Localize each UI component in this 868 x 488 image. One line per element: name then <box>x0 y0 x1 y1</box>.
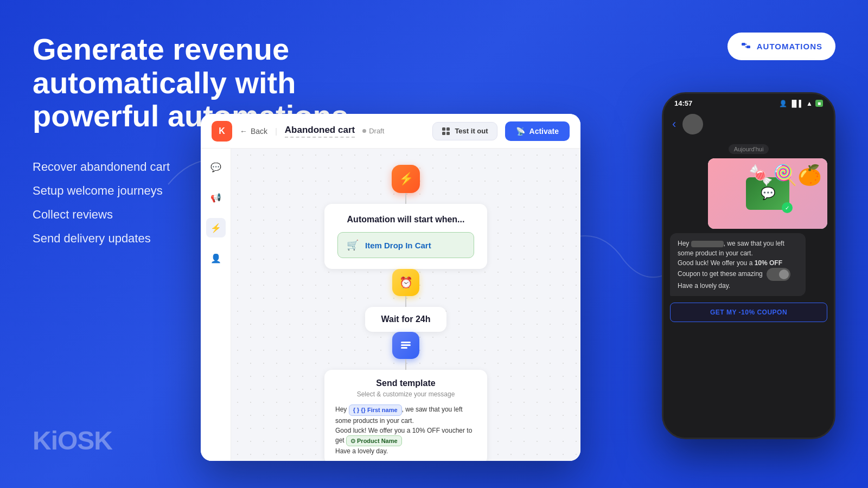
activate-button[interactable]: 📡 Activate <box>505 121 570 141</box>
toggle-icon <box>767 268 790 281</box>
svg-rect-6 <box>401 342 411 343</box>
automations-badge: AUTOMATIONS <box>727 33 835 60</box>
wifi-icon: ▲ <box>806 100 813 107</box>
send-node: Send template Select & customize your me… <box>324 332 487 461</box>
product-image: 💬 ✓ 🍬🍭🍊 <box>708 158 827 229</box>
chat-cta-button[interactable]: GET MY -10% COUPON <box>670 303 827 322</box>
kiosk-logo: KiOSK <box>33 426 112 455</box>
app-window: K ← Back | Abandoned cart Draft Test it … <box>201 114 580 461</box>
trigger-title: Automation will start when... <box>337 215 474 224</box>
send-icon <box>392 332 419 359</box>
chat-bubble: Hey , we saw that you left some product … <box>670 233 806 296</box>
svg-rect-1 <box>746 46 750 48</box>
sidebar-automation[interactable]: ⚡ <box>206 218 226 237</box>
separator: | <box>275 127 277 136</box>
trigger-node: ⚡ Automation will start when... 🛒 Item D… <box>324 165 487 269</box>
person-icon: 👤 <box>779 100 787 107</box>
wait-label: Wait for 24h <box>381 314 431 324</box>
product-name-tag: ⊙ Product Name <box>346 435 402 447</box>
chat-message: Hey , we saw that you left some product … <box>678 239 798 291</box>
phone-time: 14:57 <box>674 99 692 107</box>
phone-mockup: 14:57 👤 ▐▌▌ ▲ ■ ‹ Aujourd'hui 💬 ✓ <box>662 92 835 439</box>
wait-icon: ⏰ <box>392 269 419 296</box>
app-title: Abandoned cart <box>285 125 355 138</box>
whatsapp-logo: 💬 <box>761 187 775 201</box>
automations-label: AUTOMATIONS <box>757 42 822 51</box>
app-logo: K <box>212 121 232 142</box>
app-canvas: ⚡ Automation will start when... 🛒 Item D… <box>231 149 580 461</box>
activate-icon: 📡 <box>516 127 525 136</box>
app-body: 💬 📢 ⚡ 👤 ⚡ Automation will start when... … <box>201 149 580 461</box>
gummies-emoji: 🍬🍭🍊 <box>749 164 822 187</box>
chat-date: Aujourd'hui <box>729 144 769 154</box>
sidebar-broadcast[interactable]: 📢 <box>206 188 226 207</box>
phone-statusbar: 14:57 👤 ▐▌▌ ▲ ■ <box>663 94 834 110</box>
send-title: Send template <box>335 378 476 388</box>
phone-chat-area: Aujourd'hui 💬 ✓ 🍬🍭🍊 Hey , we saw that yo… <box>663 139 834 438</box>
phone-header: ‹ <box>663 110 834 139</box>
activate-label: Activate <box>529 127 559 136</box>
wait-card[interactable]: Wait for 24h <box>365 307 447 332</box>
sidebar-contacts[interactable]: 👤 <box>206 248 226 268</box>
svg-rect-0 <box>742 43 745 46</box>
svg-rect-2 <box>442 127 445 131</box>
battery-icon: ■ <box>815 100 823 107</box>
test-it-out-button[interactable]: Test it out <box>432 122 497 140</box>
chat-product-card: 💬 ✓ 🍬🍭🍊 <box>708 158 827 229</box>
draft-label: Draft <box>369 127 384 135</box>
draft-dot <box>362 129 366 133</box>
send-message: Hey { } {} First name, we saw that you l… <box>335 404 476 456</box>
back-label: Back <box>251 127 267 136</box>
send-msg-3: Have a lovely day. <box>335 447 388 455</box>
connector-5 <box>405 359 406 370</box>
phone-contact-avatar <box>682 114 703 134</box>
status-icons: 👤 ▐▌▌ ▲ ■ <box>779 100 823 107</box>
phone-screen: 14:57 👤 ▐▌▌ ▲ ■ ‹ Aujourd'hui 💬 ✓ <box>663 94 834 438</box>
name-blur <box>691 241 724 247</box>
wa-badge: ✓ <box>782 202 793 213</box>
svg-rect-7 <box>401 344 411 346</box>
back-button[interactable]: ← Back <box>240 127 267 136</box>
svg-rect-3 <box>446 127 450 131</box>
send-card[interactable]: Send template Select & customize your me… <box>324 370 487 461</box>
sidebar-chat[interactable]: 💬 <box>206 157 226 177</box>
test-label: Test it out <box>455 127 488 135</box>
app-topbar: K ← Back | Abandoned cart Draft Test it … <box>201 114 580 149</box>
automations-icon <box>741 40 751 53</box>
test-icon <box>442 127 450 136</box>
cart-icon: 🛒 <box>347 239 359 251</box>
back-arrow-icon: ← <box>240 127 247 136</box>
trigger-icon: ⚡ <box>392 165 420 193</box>
signal-icon: ▐▌▌ <box>790 100 804 107</box>
phone-back-icon: ‹ <box>672 117 676 131</box>
svg-rect-5 <box>446 132 450 135</box>
connector-1 <box>405 193 406 204</box>
wait-node: ⏰ Wait for 24h <box>365 269 447 332</box>
app-sidebar: 💬 📢 ⚡ 👤 <box>201 149 231 461</box>
trigger-item[interactable]: 🛒 Item Drop In Cart <box>337 232 474 258</box>
first-name-tag: { } {} First name <box>349 404 402 416</box>
connector-3 <box>405 296 406 307</box>
svg-rect-8 <box>401 347 407 349</box>
trigger-card[interactable]: Automation will start when... 🛒 Item Dro… <box>324 204 487 269</box>
draft-badge: Draft <box>362 127 384 135</box>
svg-rect-4 <box>442 132 445 135</box>
send-msg-1: Hey <box>335 406 349 413</box>
send-sub: Select & customize your message <box>335 390 476 398</box>
trigger-item-label: Item Drop In Cart <box>365 241 431 250</box>
